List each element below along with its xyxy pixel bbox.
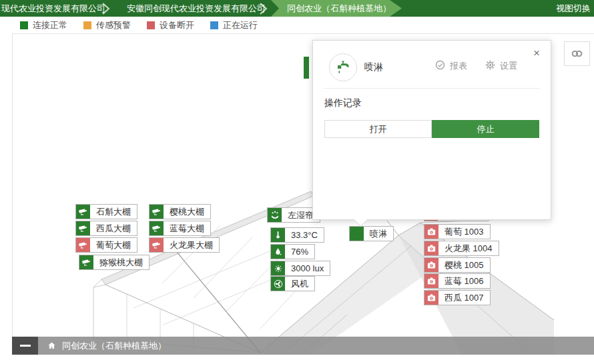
greenhouse-camera-marker[interactable]: 石斛大棚 [75,204,137,219]
marker-label: 葡萄 1003 [438,225,490,239]
status-legend: 连接正常传感预警设备断开正在运行 [12,17,594,34]
legend-item: 正在运行 [210,19,258,31]
legend-label: 传感预警 [96,19,131,31]
greenhouse-camera-marker[interactable]: 西瓜大棚 [75,221,137,236]
camera-marker[interactable]: 蓝莓 1006 [424,273,491,289]
photo-camera-icon [424,274,438,288]
greenhouse-camera-marker[interactable]: 猕猴桃大棚 [79,255,150,270]
humidity-drop-icon [271,245,285,259]
faucet-icon [329,53,357,81]
open-button[interactable]: 打开 [324,120,432,138]
marker-label: 樱桃大棚 [164,205,210,219]
popup-device-title: 喷淋 [364,61,383,73]
sensor-marker[interactable]: 喷淋 [349,226,394,241]
cctv-camera-icon [76,238,90,252]
camera-marker[interactable]: 葡萄 1003 [424,224,491,239]
legend-label: 设备断开 [160,19,194,31]
marker-label: 西瓜大棚 [90,221,137,235]
sensor-marker[interactable]: 76% [270,244,315,259]
breadcrumb-bar: 现代农业投资发展有限公司 安徽同创现代农业投资发展有限公司 同创农业（石斛种植基… [0,0,594,17]
bottom-status-bar: 同创农业（石斛种植基地） [12,337,594,355]
marker-label: 蓝莓大棚 [164,221,210,235]
breadcrumb-company[interactable]: 安徽同创现代农业投资发展有限公司 [127,0,266,17]
photo-camera-icon [424,291,438,305]
cctv-camera-icon [76,221,90,235]
camera-marker[interactable]: 西瓜 1007 [424,290,491,305]
photo-camera-icon [424,258,438,272]
status-color-swatch [147,21,155,29]
marker-label: 葡萄大棚 [90,238,137,252]
action-label: 设置 [500,60,517,72]
camera-marker[interactable]: 火龙果 1004 [424,241,499,256]
sensor-marker[interactable]: 风机 [270,276,315,291]
legend-item: 设备断开 [147,19,194,31]
legend-label: 正在运行 [223,19,258,31]
marker-label: 76% [285,245,314,259]
operation-record-title: 操作记录 [324,97,362,109]
bottom-margin [0,355,594,364]
settings-button[interactable]: 设置 [485,59,517,73]
light-sun-icon [271,261,285,275]
home-icon [47,341,57,351]
popup-actions: 报表设置 [434,59,517,73]
thermometer-icon [271,228,285,242]
photo-camera-icon [424,225,438,239]
status-color-swatch [210,21,218,29]
greenhouse-camera-marker[interactable]: 蓝莓大棚 [149,221,211,236]
status-color-swatch [83,21,91,29]
status-color-swatch [20,21,28,29]
legend-label: 连接正常 [33,19,67,31]
marker-label: 樱桃 1005 [438,258,490,272]
breadcrumb-company-root[interactable]: 现代农业投资发展有限公司 [1,0,105,17]
marker-label: 火龙果大棚 [164,238,219,252]
action-label: 报表 [450,60,467,72]
greenhouse-camera-marker[interactable]: 樱桃大棚 [149,204,211,219]
marker-label: 火龙果 1004 [438,241,499,255]
greenhouse-camera-marker[interactable]: 葡萄大棚 [75,237,137,253]
marker-label: 风机 [285,277,314,291]
view-switch-button[interactable]: 视图切换 [556,0,591,17]
device-popup: 喷淋 报表设置 × 操作记录 打开停止 [312,40,551,220]
faucet-icon [350,227,364,241]
photo-camera-icon [424,241,438,255]
marker-label: 石斛大棚 [90,205,137,219]
link-icon [570,47,584,61]
popup-button-group: 打开停止 [324,120,539,138]
close-icon[interactable]: × [533,47,540,59]
legend-item: 传感预警 [83,19,131,31]
chevron-right-icon [101,2,111,15]
marker-label: 3000 lux [285,261,330,275]
greenhouse-camera-marker[interactable]: 火龙果大棚 [149,237,220,253]
cctv-camera-icon [150,221,164,235]
sensor-marker[interactable]: 33.3°C [270,227,324,243]
marker-label: 33.3°C [285,228,324,242]
minimize-button[interactable] [12,337,38,355]
minus-icon [20,345,31,347]
link-button[interactable] [564,41,590,66]
gear-icon [485,59,496,73]
cctv-camera-icon [76,205,90,219]
cctv-camera-icon [150,238,164,252]
content-left-border [12,17,13,355]
marker-label: 猕猴桃大棚 [93,255,149,269]
cctv-camera-icon [150,205,164,219]
chevron-right-icon [259,2,268,15]
breadcrumb-base-active[interactable]: 同创农业（石斛种植基地） [271,0,402,17]
popup-divider [324,88,540,89]
legend-item: 连接正常 [20,19,67,31]
wet-curtain-icon [268,208,282,222]
stop-button[interactable]: 停止 [432,120,539,138]
fan-icon [271,277,285,291]
cctv-camera-icon [79,255,93,269]
sensor-marker[interactable]: 3000 lux [270,261,330,276]
camera-marker[interactable]: 樱桃 1005 [424,257,491,273]
marker-label: 喷淋 [364,227,393,241]
marker-label: 蓝莓 1006 [438,274,490,288]
report-button[interactable]: 报表 [434,59,467,73]
report-check-icon [434,59,446,73]
bottom-bar-title: 同创农业（石斛种植基地） [62,340,166,352]
marker-label: 西瓜 1007 [438,291,490,305]
partially-hidden-marker [304,57,309,79]
